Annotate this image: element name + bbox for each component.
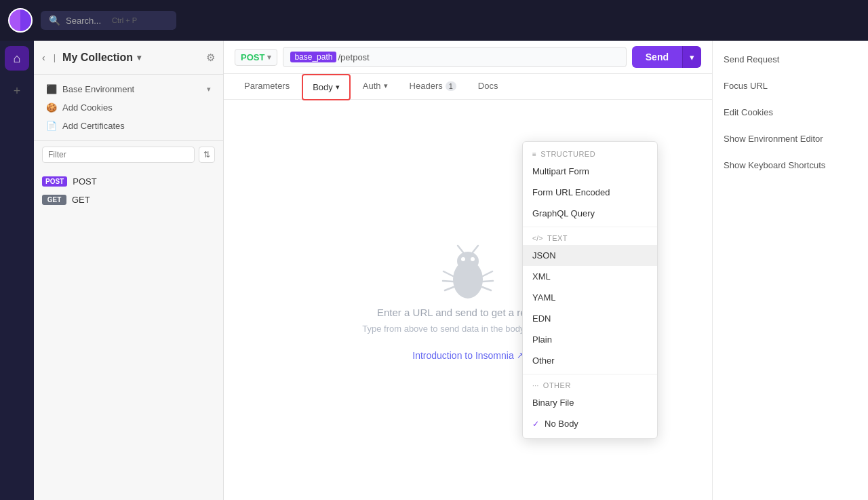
intro-link-text: Introduction to Insomnia: [412, 350, 513, 361]
dropdown-item-nobody[interactable]: ✓ No Body: [523, 413, 657, 434]
search-bar[interactable]: 🔍 Search... Ctrl + P: [41, 11, 176, 30]
base-path-label: base_path: [290, 52, 336, 62]
collection-chevron-icon: ▾: [137, 53, 141, 62]
svg-point-1: [457, 252, 479, 271]
dropdown-item-binary[interactable]: Binary File: [523, 392, 657, 413]
add-certificates-label: Add Certificates: [62, 121, 125, 131]
dropdown-item-plain[interactable]: Plain: [523, 329, 657, 350]
collection-sub-items: ⬛ Base Environment ▾ 🍪 Add Cookies 📄 Add…: [34, 75, 223, 140]
nobody-label: No Body: [545, 419, 578, 429]
collection-settings-button[interactable]: ⚙: [206, 52, 215, 64]
multipart-label: Multipart Form: [532, 166, 589, 176]
shortcuts-panel: Send Request Focus URL Edit Cookies Show…: [712, 41, 868, 500]
tab-body[interactable]: Body ▾: [302, 74, 351, 100]
method-badge-post: POST: [42, 176, 67, 187]
dropdown-item-graphql[interactable]: GraphQL Query: [523, 203, 657, 224]
filter-input[interactable]: [42, 147, 195, 163]
environment-item[interactable]: ⬛ Base Environment ▾: [42, 81, 215, 97]
method-selector[interactable]: POST ▾: [235, 49, 277, 66]
dropdown-item-form-url[interactable]: Form URL Encoded: [523, 182, 657, 203]
top-bar: 🔍 Search... Ctrl + P: [0, 0, 868, 41]
send-button[interactable]: Send: [632, 46, 682, 68]
add-certificates-item[interactable]: 📄 Add Certificates: [42, 118, 215, 134]
home-nav-button[interactable]: ⌂: [5, 46, 29, 71]
structured-section-label: ≡ STRUCTURED: [523, 146, 657, 161]
main-layout: ⌂ + ‹ | My Collection ▾ ⚙ ⬛ Base Environ…: [0, 41, 868, 500]
sort-button[interactable]: ⇅: [199, 147, 215, 163]
graphql-label: GraphQL Query: [532, 208, 595, 218]
tab-headers-label: Headers: [410, 81, 443, 91]
method-badge-get: GET: [42, 195, 66, 205]
divider-2: [523, 374, 657, 374]
shortcut-cookies[interactable]: Edit Cookies: [724, 107, 857, 117]
json-label: JSON: [532, 250, 556, 261]
shortcut-focus[interactable]: Focus URL: [724, 81, 857, 91]
dropdown-item-xml[interactable]: XML: [523, 266, 657, 287]
cert-icon: 📄: [46, 121, 57, 131]
svg-point-3: [471, 257, 475, 261]
intro-link[interactable]: Introduction to Insomnia ↗: [412, 350, 523, 361]
tab-parameters[interactable]: Parameters: [235, 74, 299, 99]
dropdown-item-json[interactable]: JSON: [523, 245, 657, 266]
collection-header: ‹ | My Collection ▾ ⚙: [34, 41, 223, 75]
send-button-group: Send ▾: [632, 46, 701, 68]
dropdown-item-edn[interactable]: EDN: [523, 308, 657, 329]
env-chevron-icon: ▾: [207, 85, 211, 94]
yaml-label: YAML: [532, 292, 555, 303]
tab-parameters-label: Parameters: [244, 81, 290, 91]
structured-icon: ≡: [532, 151, 536, 158]
text-label-text: TEXT: [547, 234, 568, 242]
svg-line-8: [445, 287, 454, 290]
request-name-post: POST: [73, 176, 96, 187]
add-cookies-item[interactable]: 🍪 Add Cookies: [42, 100, 215, 115]
search-shortcut: Ctrl + P: [112, 16, 137, 24]
env-label: Base Environment: [62, 84, 134, 94]
form-url-label: Form URL Encoded: [532, 187, 610, 197]
add-cookies-label: Add Cookies: [62, 102, 113, 113]
dropdown-item-yaml[interactable]: YAML: [523, 287, 657, 308]
send-dropdown-button[interactable]: ▾: [682, 46, 701, 68]
tab-auth[interactable]: Auth ▾: [353, 74, 397, 99]
tab-body-label: Body: [313, 82, 333, 92]
shortcut-env[interactable]: Show Environment Editor: [724, 134, 857, 144]
url-display[interactable]: base_path /petpost: [283, 47, 626, 67]
shortcut-send[interactable]: Send Request: [724, 54, 857, 64]
nobody-check-icon: ✓: [532, 419, 539, 429]
xml-label: XML: [532, 271, 551, 282]
headers-badge: 1: [446, 81, 456, 91]
other-section-icon: ···: [532, 382, 539, 389]
collection-name-label: My Collection: [62, 52, 133, 64]
tab-body-chevron-icon: ▾: [336, 83, 340, 92]
tab-docs[interactable]: Docs: [469, 74, 508, 99]
back-button[interactable]: ‹: [42, 52, 45, 63]
tabs-bar: Parameters Body ▾ Auth ▾ Headers 1 Docs: [224, 74, 712, 100]
svg-line-10: [483, 281, 493, 282]
main-content: POST ▾ base_path /petpost Send ▾ Paramet…: [224, 41, 712, 500]
method-label: POST: [241, 52, 264, 62]
add-nav-button[interactable]: +: [5, 79, 29, 103]
svg-line-5: [473, 246, 478, 252]
list-item[interactable]: GET GET: [34, 191, 223, 209]
dropdown-item-multipart[interactable]: Multipart Form: [523, 161, 657, 182]
collection-panel: ‹ | My Collection ▾ ⚙ ⬛ Base Environment…: [34, 41, 224, 500]
url-path: /petpost: [338, 52, 369, 62]
svg-point-2: [461, 257, 465, 261]
search-icon: 🔍: [49, 15, 60, 26]
cookie-icon: 🍪: [46, 102, 57, 113]
url-bar: POST ▾ base_path /petpost Send ▾: [224, 41, 712, 74]
shortcut-keyboard[interactable]: Show Keyboard Shortcuts: [724, 160, 857, 170]
svg-line-9: [483, 271, 492, 276]
collection-title: My Collection ▾: [62, 52, 201, 64]
svg-line-11: [482, 287, 491, 290]
bug-illustration: [434, 239, 502, 307]
text-section-icon: </>: [532, 235, 543, 242]
app-logo: [8, 8, 33, 33]
method-chevron-icon: ▾: [267, 53, 271, 62]
other-section-label: ··· OTHER: [523, 377, 657, 392]
other-label-text: OTHER: [543, 381, 571, 389]
icon-sidebar: ⌂ +: [0, 41, 34, 500]
list-item[interactable]: POST POST: [34, 172, 223, 191]
svg-line-7: [443, 281, 453, 282]
dropdown-item-other[interactable]: Other: [523, 350, 657, 371]
tab-headers[interactable]: Headers 1: [400, 74, 466, 99]
